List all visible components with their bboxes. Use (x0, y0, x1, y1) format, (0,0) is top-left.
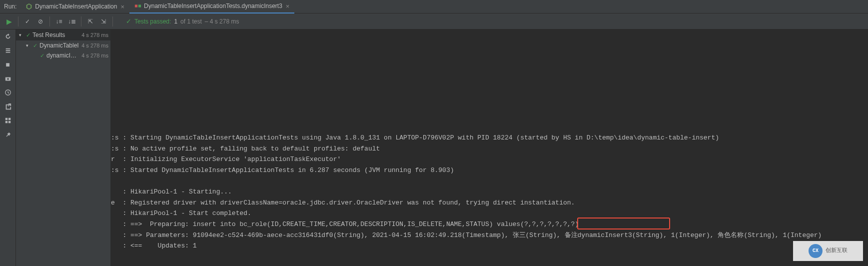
export-icon[interactable] (4, 102, 12, 110)
sort-button[interactable]: ↓≡ (53, 16, 65, 28)
stop-icon[interactable]: ■ (4, 60, 12, 68)
rerun-button[interactable]: ▶ (3, 16, 15, 28)
console-line: :s : No active profile set, falling back… (111, 144, 868, 154)
show-ignored-button[interactable]: ⊘ (34, 16, 46, 28)
tab-label: DynamicTableInsertApplicationTests.dynam… (144, 2, 282, 10)
divider (49, 16, 50, 26)
console-line: r : Initializing ExecutorService 'applic… (111, 154, 868, 165)
test-results-root[interactable]: ▾ ✓ Test Results 4 s 278 ms (16, 30, 110, 40)
console-line: : HikariPool-1 - Starting... (111, 186, 868, 198)
divider (18, 16, 18, 26)
test-tree-panel: ▾ ✓ Test Results 4 s 278 ms ▾ ✓ DynamicT… (16, 30, 111, 266)
rerun-failed-icon[interactable] (4, 32, 12, 40)
svg-point-3 (7, 78, 9, 80)
main-area: ■ ▾ ✓ Test Results 4 s 278 ms ▾ ✓ Dynami… (0, 30, 868, 266)
console-line (111, 252, 868, 262)
status-time: – 4 s 278 ms (205, 18, 239, 25)
toolbar-left: ▶ ✓ ⊘ ↓≡ ↓≣ ⇱ ⇲ ✓ Tests passed: 1 of 1 t… (0, 16, 239, 28)
test-method-node[interactable]: ✓ dynamicInse 4 s 278 ms (16, 50, 110, 60)
close-icon[interactable]: × (120, 3, 124, 10)
camera-icon[interactable] (4, 74, 12, 82)
watermark: CX 创新互联 (793, 241, 863, 261)
check-icon: ✓ (26, 32, 30, 38)
collapse-button[interactable]: ⇲ (97, 16, 109, 28)
close-icon[interactable]: × (286, 2, 290, 10)
console-line: :s : Started DynamicTableInsertApplicati… (111, 165, 868, 176)
layout-icon[interactable] (4, 116, 12, 124)
tree-time: 4 s 278 ms (81, 52, 108, 58)
divider (81, 16, 81, 26)
run-label: Run: (4, 3, 16, 10)
divider (112, 16, 113, 26)
check-icon: ✓ (40, 52, 44, 59)
console-line: : HikariPool-1 - Start completed. (111, 208, 868, 219)
run-tool-window: Run: DynamicTableInsertApplication × Dyn… (0, 0, 868, 266)
watermark-text: 创新互联 (826, 246, 848, 256)
pin-icon[interactable] (4, 130, 12, 138)
show-passed-button[interactable]: ✓ (21, 16, 33, 28)
history-icon[interactable] (4, 88, 12, 96)
console-line (111, 176, 868, 187)
status-prefix: Tests passed: (134, 18, 171, 25)
spring-boot-icon (25, 3, 32, 10)
watermark-logo: CX (809, 244, 823, 258)
status-total: of 1 test (180, 18, 202, 25)
console-output[interactable]: :s : Starting DynamicTableInsertApplicat… (111, 30, 868, 266)
console-lines: :s : Starting DynamicTableInsertApplicat… (111, 55, 868, 266)
svg-rect-7 (5, 121, 7, 123)
svg-rect-0 (135, 4, 137, 7)
run-tab-app[interactable]: DynamicTableInsertApplication × (20, 0, 129, 14)
chevron-down-icon: ▾ (26, 43, 31, 48)
check-icon: ✓ (126, 18, 131, 25)
tree-label: dynamicInse (46, 52, 79, 59)
console-line: : ==> Preparing: insert into bc_role(ID,… (111, 219, 868, 230)
test-class-node[interactable]: ▾ ✓ DynamicTableI 4 s 278 ms (16, 40, 110, 50)
console-line: e : Registered driver with driverClassNa… (111, 198, 868, 208)
expand-button[interactable]: ⇱ (84, 16, 96, 28)
tree-label: DynamicTableI (39, 42, 79, 49)
tree-time: 4 s 278 ms (81, 42, 108, 48)
svg-rect-6 (8, 118, 10, 120)
tab-bar: Run: DynamicTableInsertApplication × Dyn… (0, 0, 868, 14)
sort-button-2[interactable]: ↓≣ (66, 16, 78, 28)
svg-rect-1 (138, 4, 141, 7)
run-tab-test[interactable]: DynamicTableInsertApplicationTests.dynam… (129, 0, 294, 14)
tree-time: 4 s 278 ms (81, 32, 108, 38)
check-icon: ✓ (33, 42, 37, 49)
tab-label: DynamicTableInsertApplication (35, 3, 117, 10)
console-line: : <== Updates: 1 (111, 240, 868, 252)
tests-status: ✓ Tests passed: 1 of 1 test – 4 s 278 ms (126, 18, 239, 25)
left-gutter: ■ (0, 30, 16, 266)
console-line: :s : Starting DynamicTableInsertApplicat… (111, 132, 868, 144)
svg-rect-5 (5, 118, 7, 120)
console-line: : ==> Parameters: 91094ee2-c524-469b-aec… (111, 230, 868, 241)
toolbar: ▶ ✓ ⊘ ↓≡ ↓≣ ⇱ ⇲ ✓ Tests passed: 1 of 1 t… (0, 14, 868, 30)
console-line (111, 262, 868, 266)
chevron-down-icon: ▾ (19, 32, 24, 38)
toggle-auto-icon[interactable] (4, 46, 12, 54)
tree-label: Test Results (32, 32, 65, 38)
test-config-icon (134, 2, 141, 10)
svg-rect-8 (8, 121, 10, 123)
status-count: 1 (174, 18, 177, 25)
